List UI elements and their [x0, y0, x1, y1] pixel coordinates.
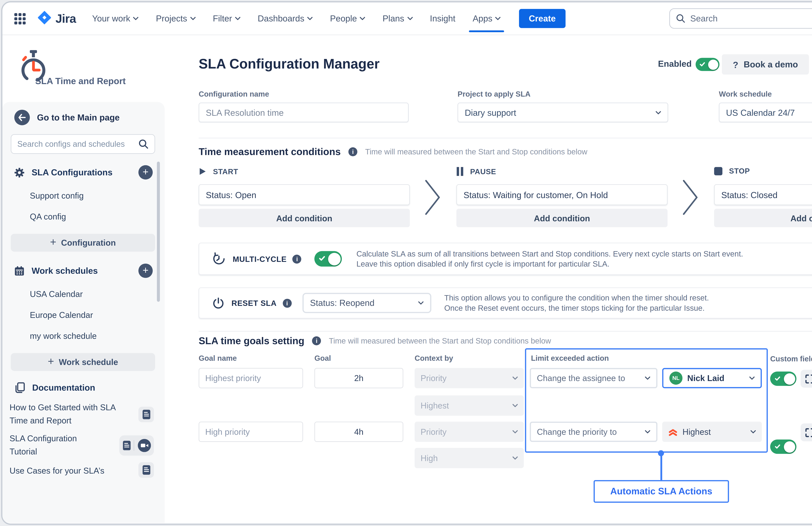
back-arrow-icon	[14, 110, 30, 125]
multi-cycle-icon	[213, 252, 226, 265]
pause-icon	[456, 167, 464, 176]
chevron-down-icon	[235, 17, 240, 20]
nav-menu-people[interactable]: People	[330, 14, 365, 23]
configuration-name-label: Configuration name	[199, 90, 269, 98]
chevron-down-icon	[749, 376, 755, 380]
nav-menu-dashboards[interactable]: Dashboards	[258, 14, 313, 23]
info-icon[interactable]	[293, 254, 302, 263]
jira-logo[interactable]: Jira	[38, 10, 76, 27]
reset-sla-select[interactable]: Status: Reopend	[302, 293, 431, 313]
chevron-separator-icon	[423, 178, 441, 216]
nav-menu-insight[interactable]: Insight	[430, 14, 455, 23]
doc-item-get-started-line1[interactable]: How to Get Started with SLA	[10, 403, 116, 412]
expand-icon	[805, 428, 812, 437]
global-search[interactable]	[669, 8, 812, 29]
goal-value-input[interactable]: 4h	[315, 422, 403, 442]
app-switcher-icon[interactable]	[14, 13, 26, 24]
multi-cycle-toggle[interactable]	[315, 251, 342, 267]
automatic-sla-actions-callout: Automatic SLA Actions	[594, 480, 729, 503]
context-value-select[interactable]: High	[415, 448, 524, 468]
doc-item-get-started-line2[interactable]: Time and Report	[10, 415, 71, 425]
chevron-down-icon	[751, 430, 756, 434]
expand-button[interactable]	[801, 370, 812, 388]
chevron-down-icon	[512, 376, 518, 380]
add-work-schedule-icon-button[interactable]	[139, 264, 153, 278]
nav-menu-filter[interactable]: Filter	[213, 14, 240, 23]
avatar: NL	[669, 371, 683, 385]
limit-action-header: Limit exceeded action	[531, 354, 609, 363]
expand-button[interactable]	[801, 423, 812, 441]
pause-add-condition-button[interactable]: Add condition	[456, 209, 667, 227]
nav-menu-your-work[interactable]: Your work	[92, 14, 139, 23]
work-schedule-select[interactable]: US Calendar 24/7	[719, 103, 812, 122]
chevron-down-icon	[512, 404, 518, 407]
assignee-select[interactable]: NL Nick Laid	[662, 368, 762, 388]
create-button[interactable]: Create	[519, 9, 565, 28]
jira-wordmark: Jira	[56, 12, 76, 25]
custom-field-toggle[interactable]	[770, 371, 796, 386]
custom-field-toggle[interactable]	[770, 439, 796, 454]
start-condition-input[interactable]: Status: Open	[199, 184, 410, 205]
stop-condition-input[interactable]: Status: Closed	[714, 184, 812, 205]
info-icon[interactable]	[348, 147, 358, 156]
doc-item-tutorial-line2[interactable]: Tutorial	[10, 447, 37, 456]
add-configuration-icon-button[interactable]	[139, 165, 153, 179]
time-conditions-header: Time measurement conditions Time will me…	[199, 146, 587, 158]
nav-menu-apps[interactable]: Apps	[473, 14, 501, 23]
nav-menu-plans[interactable]: Plans	[382, 14, 413, 23]
video-icon[interactable]	[137, 439, 151, 452]
document-icon[interactable]	[122, 441, 130, 450]
search-icon	[676, 14, 685, 23]
sidebar-item-my-work-schedule[interactable]: my work schedule	[30, 331, 97, 340]
callout-connector-dot	[658, 450, 664, 456]
sidebar-item-support-config[interactable]: Support config	[30, 191, 84, 201]
sidebar-item-europe-calendar[interactable]: Europe Calendar	[30, 310, 93, 320]
sidebar-item-qa-config[interactable]: QA config	[30, 212, 66, 221]
context-by-select[interactable]: Priority	[415, 422, 524, 442]
start-column-header: START	[199, 167, 238, 176]
sidebar-search[interactable]	[11, 134, 155, 154]
project-select[interactable]: Diary support	[458, 103, 668, 122]
app-title: SLA Time and Report	[35, 76, 126, 86]
power-icon	[213, 297, 224, 309]
doc-article-button[interactable]	[139, 462, 154, 478]
limit-action-select[interactable]: Change the assignee to	[530, 368, 657, 388]
chevron-down-icon	[512, 456, 518, 460]
pause-condition-input[interactable]: Status: Waiting for customer, On Hold	[456, 184, 667, 205]
goal-name-input[interactable]: Highest priority	[199, 368, 303, 388]
chevron-down-icon	[656, 111, 661, 114]
add-configuration-button[interactable]: Configuration	[11, 234, 155, 252]
goal-name-header: Goal name	[199, 354, 237, 363]
doc-item-use-cases[interactable]: Use Cases for your SLA’s	[10, 466, 104, 476]
play-icon	[199, 167, 206, 176]
goals-header: SLA time goals setting Time will measure…	[199, 335, 551, 347]
go-to-main-page-link[interactable]: Go to the Main page	[14, 109, 120, 126]
context-by-select[interactable]: Priority	[415, 368, 524, 388]
stop-column-header: STOP	[714, 167, 750, 175]
goal-name-input[interactable]: High priority	[199, 422, 303, 442]
priority-value-select[interactable]: Highest	[662, 422, 762, 442]
sidebar-scrollbar[interactable]	[157, 162, 160, 302]
reset-sla-description: This option allows you to configure the …	[444, 293, 709, 313]
limit-action-select[interactable]: Change the priority to	[530, 422, 657, 442]
chevron-down-icon	[407, 17, 412, 20]
sidebar-panel: Go to the Main page SLA Configurations S…	[2, 102, 165, 523]
enabled-label: Enabled	[658, 59, 692, 69]
sidebar-item-usa-calendar[interactable]: USA Calendar	[30, 289, 83, 299]
doc-item-tutorial-line1[interactable]: SLA Configuration	[10, 434, 77, 443]
add-work-schedule-button[interactable]: Work schedule	[11, 353, 155, 371]
context-value-select[interactable]: Highest	[415, 395, 524, 416]
info-icon[interactable]	[282, 298, 291, 307]
book-demo-button[interactable]: Book a demo	[722, 54, 809, 74]
chevron-separator-icon	[681, 178, 699, 216]
start-add-condition-button[interactable]: Add condition	[199, 209, 410, 227]
doc-article-button[interactable]	[139, 407, 154, 422]
info-icon[interactable]	[312, 336, 321, 345]
search-input[interactable]	[690, 14, 812, 23]
configuration-name-input[interactable]: SLA Resolution time	[199, 103, 409, 122]
stop-add-condition-button[interactable]: Add condition	[714, 209, 812, 227]
sidebar-search-input[interactable]	[17, 140, 139, 148]
goal-value-input[interactable]: 2h	[315, 368, 403, 388]
nav-menu-projects[interactable]: Projects	[156, 14, 195, 23]
enabled-toggle[interactable]	[696, 58, 720, 71]
